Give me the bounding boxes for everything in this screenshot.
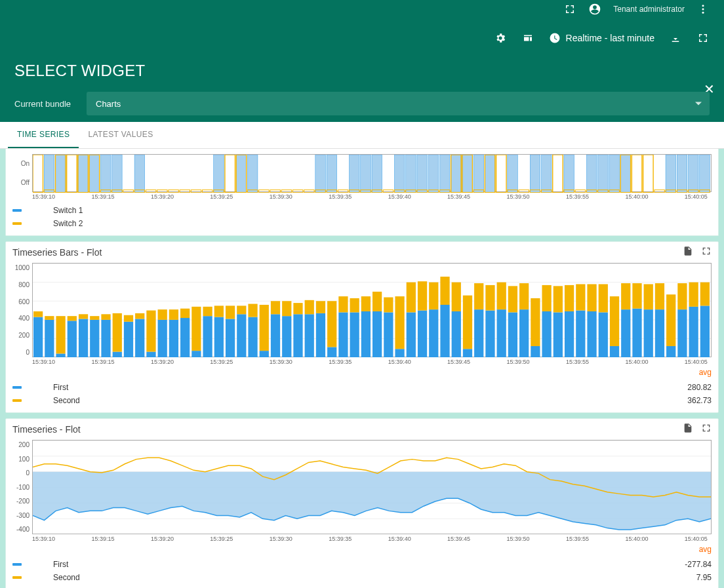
svg-rect-170: [395, 296, 404, 349]
svg-rect-166: [372, 292, 382, 311]
svg-rect-212: [632, 283, 641, 309]
card-title: Timeseries - Flot: [12, 424, 712, 435]
x-axis: 15:39:1015:39:1515:39:2015:39:2515:39:30…: [12, 534, 712, 542]
svg-rect-155: [316, 313, 325, 357]
bars-legend: First 280.82 Second 362.73: [12, 381, 712, 407]
svg-rect-42: [338, 190, 348, 193]
svg-rect-127: [158, 320, 167, 357]
svg-rect-88: [632, 155, 642, 193]
fullscreen-icon[interactable]: [701, 246, 712, 258]
bundle-select[interactable]: Charts: [87, 92, 710, 115]
svg-rect-29: [236, 155, 247, 193]
svg-rect-130: [169, 309, 178, 320]
svg-rect-125: [146, 352, 155, 358]
svg-rect-110: [56, 316, 65, 353]
svg-rect-144: [248, 304, 257, 317]
user-label: Tenant administrator: [613, 5, 685, 14]
svg-rect-216: [655, 283, 664, 309]
svg-rect-149: [282, 316, 291, 357]
svg-rect-136: [203, 307, 212, 316]
svg-rect-224: [700, 283, 710, 306]
more-vert-icon[interactable]: [696, 3, 710, 16]
devices-icon[interactable]: [521, 31, 534, 45]
settings-icon[interactable]: [494, 31, 507, 45]
svg-rect-133: [191, 351, 201, 357]
download-icon[interactable]: [669, 31, 682, 45]
svg-rect-89: [643, 155, 654, 193]
svg-rect-162: [350, 298, 359, 312]
svg-rect-187: [497, 309, 506, 357]
realtime-selector[interactable]: Realtime - last minute: [549, 32, 654, 44]
svg-rect-179: [452, 311, 461, 357]
svg-rect-26: [214, 155, 224, 193]
svg-rect-174: [418, 281, 427, 310]
svg-rect-50: [394, 155, 405, 193]
widget-onoff[interactable]: On Off 15:39:1015:39:1515:39:2015:39:251…: [5, 149, 719, 236]
svg-rect-171: [407, 312, 416, 357]
widget-line[interactable]: Timeseries - Flot 2001000-100-200-300-40…: [5, 418, 719, 588]
y-tick: Off: [21, 179, 30, 186]
swatch-icon: [12, 386, 22, 389]
svg-rect-176: [429, 283, 438, 310]
export-icon[interactable]: [683, 246, 693, 258]
svg-point-1: [702, 9, 704, 10]
export-icon[interactable]: [683, 423, 693, 435]
tab-time-series[interactable]: TIME SERIES: [8, 122, 79, 148]
svg-rect-69: [508, 155, 518, 193]
svg-rect-180: [452, 283, 461, 311]
svg-rect-140: [226, 305, 235, 319]
svg-rect-119: [113, 352, 122, 358]
svg-rect-107: [45, 320, 54, 357]
svg-rect-121: [124, 322, 133, 357]
svg-rect-109: [56, 353, 65, 357]
user-avatar-icon[interactable]: [588, 3, 601, 16]
x-axis: 15:39:1015:39:1515:39:2015:39:2515:39:30…: [12, 357, 712, 365]
widget-bars[interactable]: Timeseries Bars - Flot 10008006004002000…: [5, 241, 719, 413]
svg-rect-150: [282, 301, 291, 316]
legend-item: First 280.82: [12, 381, 712, 394]
svg-rect-157: [327, 347, 336, 357]
svg-rect-173: [418, 311, 427, 358]
svg-rect-76: [553, 155, 563, 193]
svg-rect-219: [677, 309, 687, 357]
svg-rect-158: [327, 301, 336, 347]
svg-rect-198: [553, 286, 563, 312]
svg-rect-123: [135, 319, 144, 357]
svg-rect-58: [439, 155, 450, 193]
fullscreen-icon[interactable]: [696, 31, 710, 45]
svg-rect-108: [45, 316, 54, 320]
svg-rect-134: [191, 307, 201, 351]
svg-rect-139: [226, 319, 235, 357]
svg-rect-163: [361, 311, 371, 357]
legend-item: Second 362.73: [12, 394, 712, 407]
onoff-chart: [32, 154, 712, 192]
svg-rect-74: [542, 155, 552, 193]
fullscreen-icon[interactable]: [701, 423, 712, 435]
svg-rect-68: [496, 155, 507, 193]
tabs-row: TIME SERIES LATEST VALUES: [0, 122, 724, 149]
svg-rect-199: [565, 311, 574, 357]
svg-rect-116: [90, 316, 99, 320]
svg-rect-209: [621, 309, 630, 357]
svg-rect-151: [293, 314, 302, 357]
svg-rect-105: [33, 317, 43, 358]
svg-rect-221: [689, 307, 698, 357]
svg-rect-195: [542, 311, 551, 357]
legend-item: Second 7.95: [12, 571, 712, 584]
svg-rect-220: [677, 283, 687, 309]
svg-rect-28: [225, 155, 235, 193]
clock-icon: [549, 32, 561, 44]
svg-rect-218: [666, 294, 675, 346]
tab-latest-values[interactable]: LATEST VALUES: [79, 122, 162, 148]
svg-rect-49: [383, 190, 393, 193]
svg-rect-9: [78, 155, 89, 193]
svg-rect-113: [79, 319, 88, 357]
svg-rect-79: [575, 190, 586, 193]
svg-rect-207: [610, 346, 619, 357]
svg-point-2: [702, 12, 704, 14]
fullscreen-small-icon[interactable]: [563, 3, 576, 16]
svg-rect-217: [666, 346, 675, 357]
svg-rect-80: [586, 155, 597, 193]
legend-item: Switch 1: [12, 204, 712, 217]
svg-rect-15: [112, 155, 123, 193]
